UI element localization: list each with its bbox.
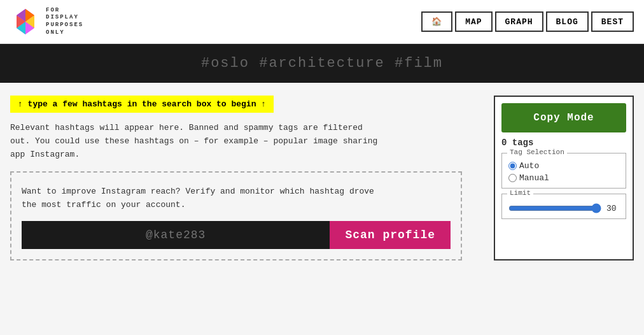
tags-count: 0 tags bbox=[501, 138, 626, 148]
search-input[interactable]: #oslo #architecture #film bbox=[10, 55, 634, 71]
radio-manual-text: Manual bbox=[519, 173, 549, 183]
promo-box: Want to improve Instagram reach? Verify … bbox=[10, 171, 462, 260]
promo-actions: @kate283 Scan profile bbox=[22, 221, 451, 249]
nav-graph-button[interactable]: GRAPH bbox=[495, 11, 543, 32]
left-panel: ↑ type a few hashtags in the search box … bbox=[10, 96, 484, 260]
radio-auto[interactable] bbox=[508, 162, 517, 170]
header: FOR DISPLAY PURPOSES ONLY 🏠 MAP GRAPH BL… bbox=[0, 0, 644, 44]
nav-best-button[interactable]: BEST bbox=[591, 11, 634, 32]
logo-area: FOR DISPLAY PURPOSES ONLY bbox=[10, 6, 83, 37]
radio-auto-text: Auto bbox=[519, 161, 539, 171]
username-input[interactable]: @kate283 bbox=[22, 221, 330, 249]
nav-buttons: 🏠 MAP GRAPH BLOG BEST bbox=[421, 11, 634, 32]
search-bar: #oslo #architecture #film bbox=[0, 44, 644, 83]
limit-box: Limit 30 bbox=[501, 194, 626, 219]
radio-auto-label[interactable]: Auto bbox=[508, 161, 619, 171]
logo-text: FOR DISPLAY PURPOSES ONLY bbox=[46, 7, 83, 37]
promo-text: Want to improve Instagram reach? Verify … bbox=[22, 185, 451, 212]
nav-blog-button[interactable]: BLOG bbox=[546, 11, 589, 32]
tag-selection-legend: Tag Selection bbox=[507, 148, 567, 156]
tag-selection-box: Tag Selection Auto Manual bbox=[501, 153, 626, 189]
limit-slider[interactable] bbox=[508, 203, 601, 213]
radio-manual[interactable] bbox=[508, 174, 517, 182]
copy-mode-button[interactable]: Copy Mode bbox=[501, 103, 626, 132]
limit-value: 30 bbox=[606, 204, 619, 213]
limit-legend: Limit bbox=[507, 189, 533, 197]
hint-bar: ↑ type a few hashtags in the search box … bbox=[10, 96, 274, 113]
radio-group: Auto Manual bbox=[508, 161, 619, 183]
main-content: ↑ type a few hashtags in the search box … bbox=[0, 83, 644, 273]
nav-home-button[interactable]: 🏠 bbox=[421, 11, 452, 32]
right-panel: Copy Mode 0 tags Tag Selection Auto Manu… bbox=[494, 96, 634, 260]
scan-profile-button[interactable]: Scan profile bbox=[330, 221, 451, 249]
logo-icon bbox=[10, 6, 41, 37]
radio-manual-label[interactable]: Manual bbox=[508, 173, 619, 183]
nav-map-button[interactable]: MAP bbox=[455, 11, 492, 32]
description-text: Relevant hashtags will appear here. Bann… bbox=[10, 122, 462, 161]
limit-row: 30 bbox=[508, 203, 619, 213]
